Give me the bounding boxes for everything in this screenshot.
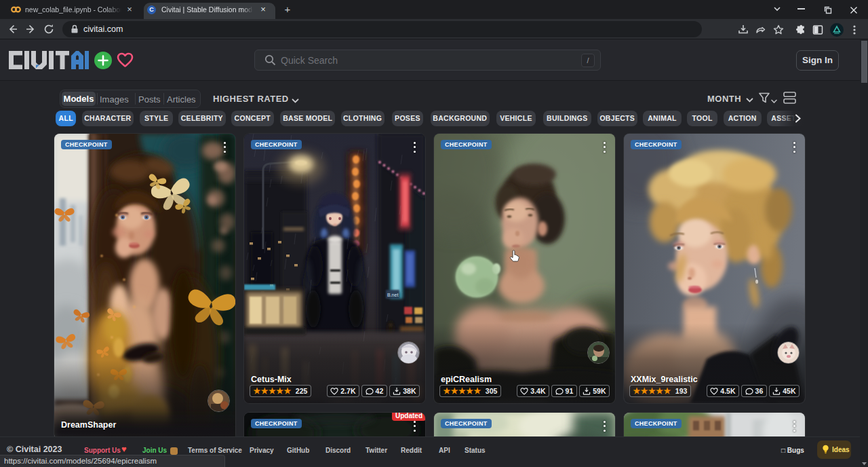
svg-text:B.net: B.net xyxy=(387,293,398,297)
